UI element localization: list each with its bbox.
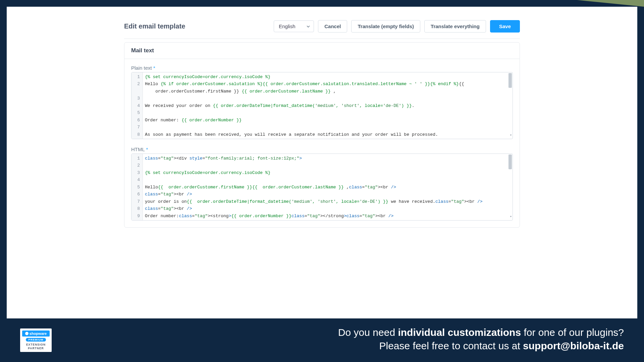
mail-text-card: Mail text Plain text * 12345678910111213…: [124, 42, 520, 228]
plain-text-gutter: 12345678910111213141516: [131, 72, 143, 139]
save-button[interactable]: Save: [490, 20, 520, 33]
card-title: Mail text: [124, 43, 520, 59]
plain-text-label: Plain text *: [131, 65, 513, 71]
translate-all-button[interactable]: Translate everything: [424, 20, 486, 33]
cancel-button[interactable]: Cancel: [318, 20, 347, 33]
app-frame: Edit email template English Cancel Trans…: [7, 7, 637, 318]
scroll-down-icon[interactable]: ▾: [510, 214, 512, 220]
scroll-thumb[interactable]: [508, 155, 512, 169]
html-editor[interactable]: 12345678910111213141516 class="tag"><div…: [131, 154, 513, 221]
partner-badge: shopware PREMIUM EXTENSION PARTNER: [20, 328, 52, 352]
header-row: Edit email template English Cancel Trans…: [124, 20, 520, 39]
page-title: Edit email template: [124, 22, 185, 30]
scroll-down-icon[interactable]: ▾: [510, 133, 512, 138]
premium-pill: PREMIUM: [26, 338, 46, 342]
badge-subline: EXTENSION PARTNER: [26, 343, 46, 350]
language-selected-value: English: [279, 23, 295, 29]
html-label: HTML *: [131, 146, 513, 152]
footer-line-2: Please feel free to contact us at suppor…: [338, 340, 624, 352]
email-template-panel: Edit email template English Cancel Trans…: [124, 20, 520, 228]
chevron-down-icon: [306, 24, 310, 28]
translate-empty-button[interactable]: Translate (empty fields): [351, 20, 420, 33]
footer-text: Do you need individual customizations fo…: [338, 327, 624, 354]
plain-text-editor[interactable]: 12345678910111213141516 {% set currencyI…: [131, 72, 513, 139]
card-body: Plain text * 12345678910111213141516 {% …: [124, 59, 520, 227]
scrollbar[interactable]: [508, 155, 512, 220]
shopware-icon: [25, 332, 29, 335]
plain-text-code[interactable]: {% set currencyIsoCode=order.currency.is…: [143, 72, 513, 139]
html-gutter: 12345678910111213141516: [131, 154, 143, 220]
corner-accent: [577, 0, 644, 7]
scrollbar[interactable]: [508, 73, 512, 138]
footer-line-1: Do you need individual customizations fo…: [338, 327, 624, 338]
scroll-thumb[interactable]: [508, 73, 512, 88]
shopware-logo: shopware: [22, 330, 50, 337]
language-select[interactable]: English: [274, 20, 314, 32]
footer-bar: shopware PREMIUM EXTENSION PARTNER Do yo…: [0, 318, 644, 362]
html-code[interactable]: class="tag"><div style="font-family:aria…: [143, 154, 513, 220]
